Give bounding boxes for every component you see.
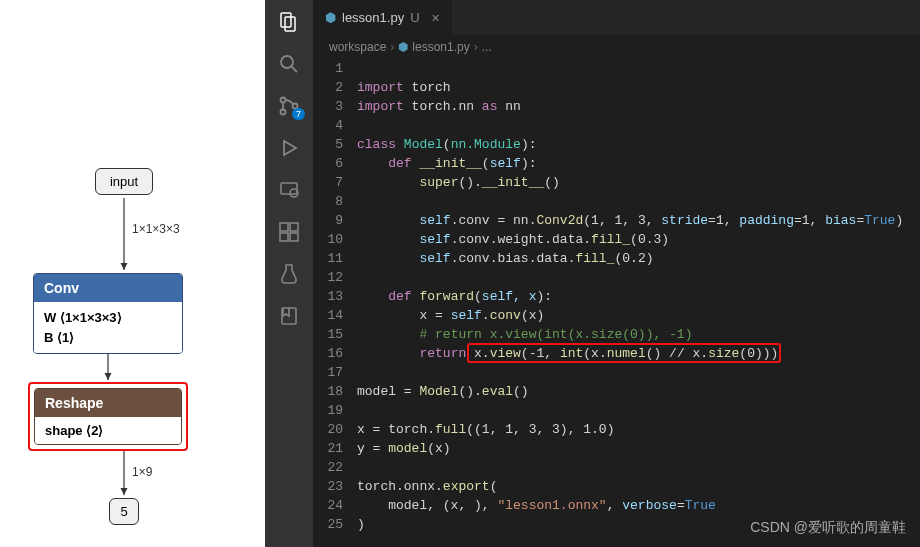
- tab-filename: lesson1.py: [342, 10, 404, 25]
- chevron-right-icon: ›: [390, 40, 394, 54]
- svg-rect-12: [280, 223, 288, 231]
- conv-b: B ⟨1⟩: [44, 328, 172, 348]
- conv-w: W ⟨1×1×3×3⟩: [44, 308, 172, 328]
- vscode-editor: 7 ⬢ lesson1.py U × workspace › ⬢ lesson1…: [265, 0, 920, 547]
- watermark: CSDN @爱听歌的周童鞋: [750, 519, 906, 537]
- remote-icon[interactable]: [277, 178, 301, 202]
- code-content[interactable]: import torch import torch.nn as nn class…: [357, 59, 920, 547]
- svg-point-5: [281, 56, 293, 68]
- bookmark-icon[interactable]: [277, 304, 301, 328]
- run-debug-icon[interactable]: [277, 136, 301, 160]
- edge-label-2: 1×9: [132, 465, 152, 479]
- svg-rect-15: [290, 233, 298, 241]
- node-reshape[interactable]: Reshape shape ⟨2⟩: [34, 388, 182, 445]
- extensions-icon[interactable]: [277, 220, 301, 244]
- svg-line-6: [292, 67, 297, 72]
- svg-rect-13: [290, 223, 298, 231]
- node-output[interactable]: 5: [109, 498, 139, 525]
- graph-diagram: input 1×1×3×3 Conv W ⟨1×1×3×3⟩ B ⟨1⟩ Res…: [0, 0, 265, 547]
- breadcrumb-file: lesson1.py: [412, 40, 469, 54]
- python-file-icon: ⬢: [325, 10, 336, 25]
- tab-lesson1[interactable]: ⬢ lesson1.py U ×: [313, 0, 453, 35]
- conv-title: Conv: [34, 274, 182, 302]
- source-control-icon[interactable]: 7: [277, 94, 301, 118]
- scm-badge: 7: [292, 108, 305, 120]
- tab-bar: ⬢ lesson1.py U ×: [313, 0, 920, 35]
- breadcrumb-root: workspace: [329, 40, 386, 54]
- search-icon[interactable]: [277, 52, 301, 76]
- breadcrumb-more: ...: [482, 40, 492, 54]
- reshape-title: Reshape: [35, 389, 181, 417]
- activity-bar: 7: [265, 0, 313, 547]
- python-file-icon: ⬢: [398, 40, 408, 54]
- svg-rect-4: [285, 17, 295, 31]
- explorer-icon[interactable]: [277, 10, 301, 34]
- reshape-shape: shape ⟨2⟩: [35, 417, 181, 444]
- svg-rect-3: [281, 13, 291, 27]
- testing-icon[interactable]: [277, 262, 301, 286]
- svg-point-8: [281, 110, 286, 115]
- line-number-gutter: 1234567891011121314151617181920212223242…: [313, 59, 357, 547]
- node-input[interactable]: input: [95, 168, 153, 195]
- edge-label-1: 1×1×3×3: [132, 222, 180, 236]
- node-conv[interactable]: Conv W ⟨1×1×3×3⟩ B ⟨1⟩: [33, 273, 183, 354]
- svg-rect-14: [280, 233, 288, 241]
- node-reshape-highlight: Reshape shape ⟨2⟩: [28, 382, 188, 451]
- tab-close-icon[interactable]: ×: [432, 10, 440, 26]
- code-area[interactable]: 1234567891011121314151617181920212223242…: [313, 59, 920, 547]
- svg-point-7: [281, 98, 286, 103]
- chevron-right-icon: ›: [474, 40, 478, 54]
- editor-main: ⬢ lesson1.py U × workspace › ⬢ lesson1.p…: [313, 0, 920, 547]
- breadcrumb[interactable]: workspace › ⬢ lesson1.py › ...: [313, 35, 920, 59]
- tab-modified-indicator: U: [410, 10, 419, 25]
